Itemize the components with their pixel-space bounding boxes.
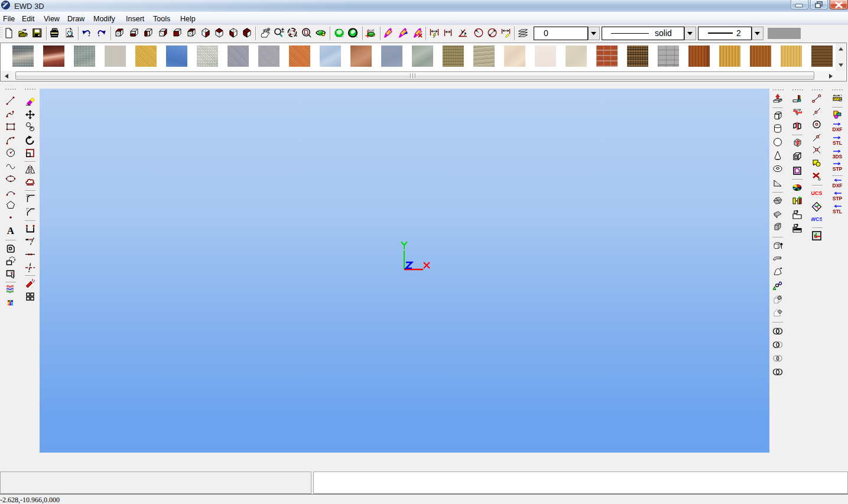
svg-text:UCS: UCS [811,190,822,196]
svg-text:STL: STL [833,140,842,146]
svg-text:WCS: WCS [811,216,822,222]
svg-text:3DS: 3DS [833,154,843,160]
svg-text:STL: STL [833,209,842,214]
svg-text:DXF: DXF [833,183,843,188]
svg-text:STP: STP [833,166,843,172]
svg-text:A: A [7,225,15,236]
svg-text:DXF: DXF [833,126,843,132]
svg-text:STP: STP [833,196,843,201]
svg-text:(u,v): (u,v) [368,28,374,32]
